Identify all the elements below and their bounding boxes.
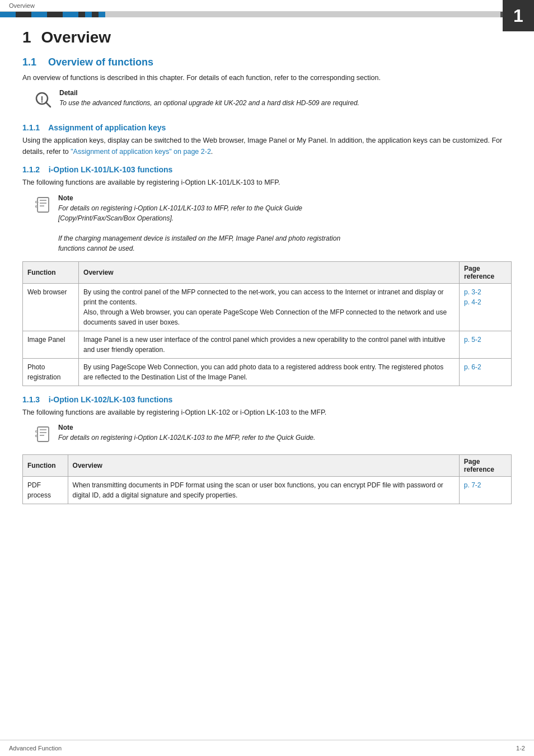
- section-1-1-2: 1.1.2 i-Option LK-101/LK-103 functions T…: [22, 165, 512, 386]
- note-label-1-1-2: Note: [58, 194, 340, 202]
- section-1-1-number: 1.1: [22, 57, 36, 68]
- table-cell-function: Photo registration: [23, 358, 79, 386]
- footer-right: 1-2: [516, 745, 525, 752]
- section-1-1-heading: 1.1 Overview of functions: [22, 57, 512, 68]
- stripe-4: [47, 12, 63, 17]
- stripe-7: [85, 12, 92, 17]
- note-icon-1-1-3: [34, 425, 53, 447]
- main-content: 1 Overview 1.1 Overview of functions An …: [0, 17, 534, 536]
- svg-rect-4: [38, 198, 49, 212]
- table-row: Web browser By using the control panel o…: [23, 283, 512, 331]
- table-cell-overview: By using PageScope Web Connection, you c…: [79, 358, 460, 386]
- detail-text: To use the advanced functions, an option…: [59, 98, 359, 108]
- chapter-heading: 1 Overview: [22, 29, 512, 46]
- table-cell-function: Web browser: [23, 283, 79, 331]
- stripe-3: [31, 12, 47, 17]
- table-col-overview: Overview: [79, 261, 460, 283]
- section-1-1-1-title: Assignment of application keys: [48, 123, 166, 132]
- section-1-1-2-paragraph: The following functions are available by…: [22, 177, 512, 188]
- section-1-1-1-heading: 1.1.1 Assignment of application keys: [22, 123, 512, 132]
- detail-icon: [34, 90, 54, 113]
- section-1-1-2-number: 1.1.2: [22, 165, 40, 174]
- section-1-1: 1.1 Overview of functions An overview of…: [22, 57, 512, 113]
- svg-line-1: [46, 102, 50, 107]
- stripe-1: [0, 12, 16, 17]
- section-1-1-3: 1.1.3 i-Option LK-102/LK-103 functions T…: [22, 395, 512, 504]
- detail-label: Detail: [59, 89, 359, 97]
- stripe-10: [105, 12, 500, 17]
- table-row: Image Panel Image Panel is a new user in…: [23, 331, 512, 358]
- table-col-function: Function: [23, 261, 79, 283]
- table-cell-overview: When transmitting documents in PDF forma…: [68, 476, 459, 504]
- detail-note-content: Detail To use the advanced functions, an…: [59, 89, 359, 108]
- section-1-1-1: 1.1.1 Assignment of application keys Usi…: [22, 123, 512, 157]
- section-1-1-title: Overview of functions: [48, 57, 153, 68]
- table-cell-overview: By using the control panel of the MFP co…: [79, 283, 460, 331]
- chapter-badge: 1: [503, 0, 534, 31]
- stripe-bar: [0, 12, 534, 17]
- table-col-pageref: Page reference: [459, 454, 511, 476]
- table-cell-function: PDF process: [23, 476, 68, 504]
- header-left-label: Overview: [9, 2, 35, 9]
- note-content-1-1-3: Note For details on registering i-Option…: [58, 424, 315, 443]
- table-cell-function: Image Panel: [23, 331, 79, 358]
- page-header: Overview: [0, 0, 534, 12]
- note-box-1-1-3: Note For details on registering i-Option…: [34, 424, 512, 447]
- note-text-1-1-3: For details on registering i-Option LK-1…: [58, 433, 315, 443]
- note-label-1-1-3: Note: [58, 424, 315, 431]
- table-cell-pageref: p. 3-2p. 4-2: [460, 283, 512, 331]
- table-row: PDF process When transmitting documents …: [23, 476, 512, 504]
- table-col-function: Function: [23, 454, 68, 476]
- detail-note-box: Detail To use the advanced functions, an…: [34, 89, 512, 113]
- table-row: Photo registration By using PageScope We…: [23, 358, 512, 386]
- page-footer: Advanced Function 1-2: [0, 740, 534, 756]
- stripe-6: [78, 12, 85, 17]
- table-cell-pageref: p. 7-2: [459, 476, 511, 504]
- note-content-1-1-2: Note For details on registering i-Option…: [58, 194, 340, 253]
- section-1-1-1-number: 1.1.1: [22, 123, 40, 132]
- section-1-1-2-title: i-Option LK-101/LK-103 functions: [49, 165, 173, 174]
- svg-rect-9: [38, 427, 49, 442]
- note-text-1-1-2: For details on registering i-Option LK-1…: [58, 203, 340, 253]
- table-cell-pageref: p. 5-2: [460, 331, 512, 358]
- section-1-1-paragraph: An overview of functions is described in…: [22, 73, 512, 83]
- stripe-5: [63, 12, 78, 17]
- section-1-1-3-number: 1.1.3: [22, 395, 40, 404]
- chapter-title: Overview: [41, 29, 111, 46]
- svg-point-3: [41, 101, 43, 102]
- stripe-8: [92, 12, 99, 17]
- footer-left: Advanced Function: [9, 745, 62, 752]
- section-1-1-1-paragraph: Using the application keys, display can …: [22, 135, 512, 157]
- note-icon-1-1-2: ...: [34, 195, 53, 217]
- section-1-1-2-heading: 1.1.2 i-Option LK-101/LK-103 functions: [22, 165, 512, 174]
- table-col-overview: Overview: [68, 454, 459, 476]
- table-cell-pageref: p. 6-2: [460, 358, 512, 386]
- stripe-9: [99, 12, 105, 17]
- table-col-pageref: Page reference: [460, 261, 512, 283]
- section-1-1-3-heading: 1.1.3 i-Option LK-102/LK-103 functions: [22, 395, 512, 404]
- note-box-1-1-2: ... Note For details on registering i-Op…: [34, 194, 512, 253]
- chapter-number: 1: [22, 29, 31, 46]
- app-keys-link[interactable]: "Assignment of application keys" on page…: [71, 148, 211, 156]
- table-cell-overview: Image Panel is a new user interface of t…: [79, 331, 460, 358]
- svg-text:...: ...: [35, 199, 39, 204]
- section-1-1-3-paragraph: The following functions are available by…: [22, 407, 512, 418]
- table-1-1-3: Function Overview Page reference PDF pro…: [22, 454, 512, 504]
- stripe-2: [16, 12, 31, 17]
- table-1-1-2: Function Overview Page reference Web bro…: [22, 261, 512, 386]
- section-1-1-3-title: i-Option LK-102/LK-103 functions: [49, 395, 173, 404]
